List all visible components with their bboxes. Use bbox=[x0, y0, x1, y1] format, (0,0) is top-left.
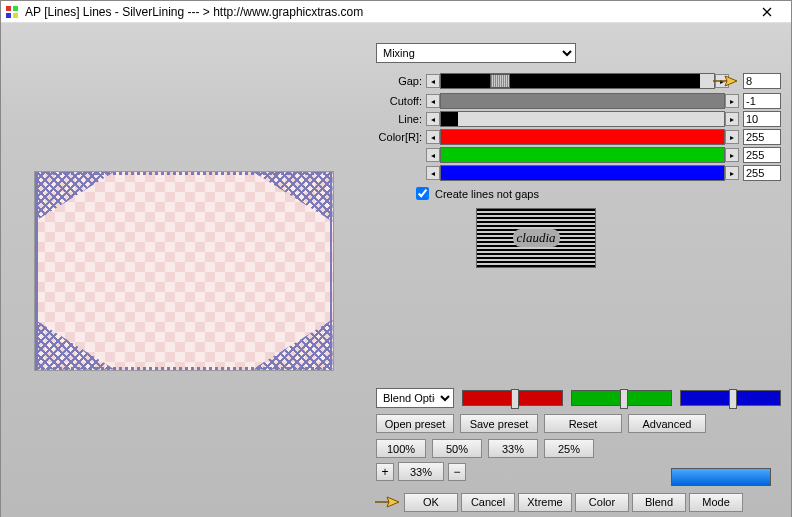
blend-g-slider[interactable] bbox=[571, 390, 672, 406]
blend-r-slider[interactable] bbox=[462, 390, 563, 406]
controls-pane: Mixing Gap: ◂ ▸ Cutoff: ◂ bbox=[366, 23, 791, 517]
g-dec[interactable]: ◂ bbox=[426, 148, 440, 162]
line-label: Line: bbox=[376, 113, 426, 125]
save-preset-button[interactable]: Save preset bbox=[460, 414, 538, 433]
zoom-value: 33% bbox=[398, 462, 444, 481]
color-button[interactable]: Color bbox=[575, 493, 629, 512]
blend-b-slider[interactable] bbox=[680, 390, 781, 406]
gap-value[interactable] bbox=[743, 73, 781, 89]
color-r-label: Color[R]: bbox=[376, 131, 426, 143]
line-dec[interactable]: ◂ bbox=[426, 112, 440, 126]
app-icon bbox=[5, 5, 19, 19]
advanced-button[interactable]: Advanced bbox=[628, 414, 706, 433]
svg-rect-3 bbox=[13, 13, 18, 18]
window-title: AP [Lines] Lines - SilverLining --- > ht… bbox=[25, 5, 747, 19]
b-fill bbox=[441, 166, 724, 180]
svg-rect-2 bbox=[6, 13, 11, 18]
r-inc[interactable]: ▸ bbox=[725, 130, 739, 144]
gap-handle[interactable] bbox=[490, 74, 510, 88]
cutoff-slider[interactable] bbox=[440, 93, 725, 109]
titlebar: AP [Lines] Lines - SilverLining --- > ht… bbox=[1, 1, 791, 23]
bottom-bar: OK Cancel Xtreme Color Blend Mode bbox=[373, 492, 781, 512]
dialog-body: Mixing Gap: ◂ ▸ Cutoff: ◂ bbox=[1, 23, 791, 517]
close-icon bbox=[762, 7, 772, 17]
create-lines-label: Create lines not gaps bbox=[435, 188, 539, 200]
plugin-window: AP [Lines] Lines - SilverLining --- > ht… bbox=[0, 0, 792, 517]
blend-options-dropdown[interactable]: Blend Optio bbox=[376, 388, 454, 408]
cutoff-dec[interactable]: ◂ bbox=[426, 94, 440, 108]
zoom-25-button[interactable]: 25% bbox=[544, 439, 594, 458]
b-dec[interactable]: ◂ bbox=[426, 166, 440, 180]
gap-slider[interactable] bbox=[440, 73, 715, 89]
g-fill bbox=[441, 148, 724, 162]
line-value[interactable] bbox=[743, 111, 781, 127]
close-button[interactable] bbox=[747, 1, 787, 23]
mode-dropdown[interactable]: Mixing bbox=[376, 43, 576, 63]
blend-r-thumb[interactable] bbox=[511, 389, 519, 409]
zoom-100-button[interactable]: 100% bbox=[376, 439, 426, 458]
logo-text: claudia bbox=[513, 229, 560, 247]
g-slider[interactable] bbox=[440, 147, 725, 163]
cutoff-label: Cutoff: bbox=[376, 95, 426, 107]
blend-button[interactable]: Blend bbox=[632, 493, 686, 512]
gap-label: Gap: bbox=[376, 75, 426, 87]
b-value[interactable] bbox=[743, 165, 781, 181]
preview-image[interactable] bbox=[34, 171, 334, 371]
zoom-in-button[interactable]: + bbox=[376, 463, 394, 481]
lines-border bbox=[35, 172, 333, 370]
create-lines-checkbox[interactable] bbox=[416, 187, 429, 200]
cutoff-inc[interactable]: ▸ bbox=[725, 94, 739, 108]
gap-fill bbox=[441, 74, 700, 88]
g-value[interactable] bbox=[743, 147, 781, 163]
color-swatch[interactable] bbox=[671, 468, 771, 486]
b-inc[interactable]: ▸ bbox=[725, 166, 739, 180]
open-preset-button[interactable]: Open preset bbox=[376, 414, 454, 433]
line-inc[interactable]: ▸ bbox=[725, 112, 739, 126]
cutoff-fill bbox=[441, 94, 724, 108]
gap-dec[interactable]: ◂ bbox=[426, 74, 440, 88]
hand-pointer-icon bbox=[711, 71, 739, 91]
svg-rect-0 bbox=[6, 6, 11, 11]
r-slider[interactable] bbox=[440, 129, 725, 145]
zoom-33-button[interactable]: 33% bbox=[488, 439, 538, 458]
blend-b-thumb[interactable] bbox=[729, 389, 737, 409]
hand-pointer-icon bbox=[373, 492, 401, 512]
zoom-out-button[interactable]: − bbox=[448, 463, 466, 481]
r-dec[interactable]: ◂ bbox=[426, 130, 440, 144]
zoom-50-button[interactable]: 50% bbox=[432, 439, 482, 458]
line-fill bbox=[441, 112, 458, 126]
reset-button[interactable]: Reset bbox=[544, 414, 622, 433]
mode-button[interactable]: Mode bbox=[689, 493, 743, 512]
r-fill bbox=[441, 130, 724, 144]
cutoff-value[interactable] bbox=[743, 93, 781, 109]
cancel-button[interactable]: Cancel bbox=[461, 493, 515, 512]
line-slider[interactable] bbox=[440, 111, 725, 127]
b-slider[interactable] bbox=[440, 165, 725, 181]
preview-pane bbox=[1, 23, 366, 517]
svg-rect-1 bbox=[13, 6, 18, 11]
ok-button[interactable]: OK bbox=[404, 493, 458, 512]
blend-g-thumb[interactable] bbox=[620, 389, 628, 409]
logo-image: claudia bbox=[476, 208, 596, 268]
r-value[interactable] bbox=[743, 129, 781, 145]
xtreme-button[interactable]: Xtreme bbox=[518, 493, 572, 512]
g-inc[interactable]: ▸ bbox=[725, 148, 739, 162]
